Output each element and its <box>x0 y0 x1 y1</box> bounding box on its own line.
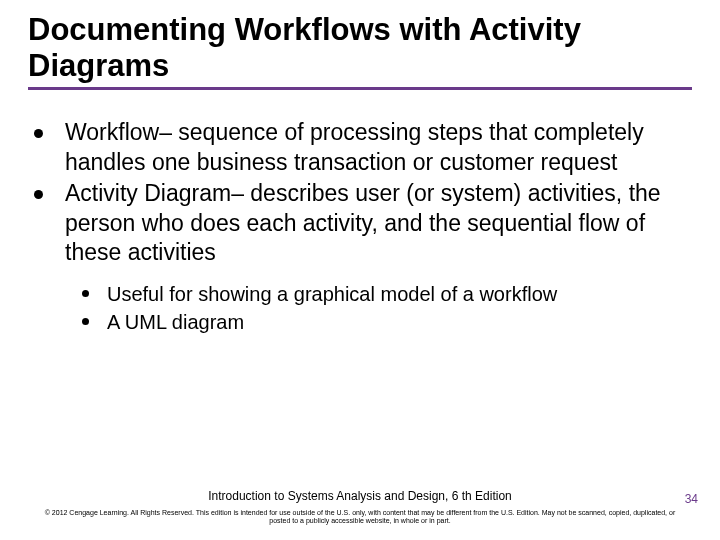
bullet-text: A UML diagram <box>107 309 244 335</box>
bullet-text: Activity Diagram– describes user (or sys… <box>65 179 692 267</box>
title-underline <box>28 87 692 90</box>
slide-title: Documenting Workflows with Activity Diag… <box>28 12 692 83</box>
bullet-icon <box>34 190 43 199</box>
bullet-text: Useful for showing a graphical model of … <box>107 281 557 307</box>
list-item: Activity Diagram– describes user (or sys… <box>28 179 692 267</box>
footer-book-title: Introduction to Systems Analysis and Des… <box>0 489 720 503</box>
bullet-text: Workflow– sequence of processing steps t… <box>65 118 692 177</box>
footer-copyright: © 2012 Cengage Learning. All Rights Rese… <box>0 509 720 527</box>
slide-footer: Introduction to Systems Analysis and Des… <box>0 489 720 527</box>
bullet-icon <box>34 129 43 138</box>
main-bullet-list: Workflow– sequence of processing steps t… <box>28 118 692 267</box>
list-item: A UML diagram <box>28 309 692 335</box>
slide-content: Documenting Workflows with Activity Diag… <box>0 0 720 335</box>
bullet-icon <box>82 318 89 325</box>
list-item: Workflow– sequence of processing steps t… <box>28 118 692 177</box>
sub-bullet-list: Useful for showing a graphical model of … <box>28 281 692 335</box>
bullet-icon <box>82 290 89 297</box>
list-item: Useful for showing a graphical model of … <box>28 281 692 307</box>
